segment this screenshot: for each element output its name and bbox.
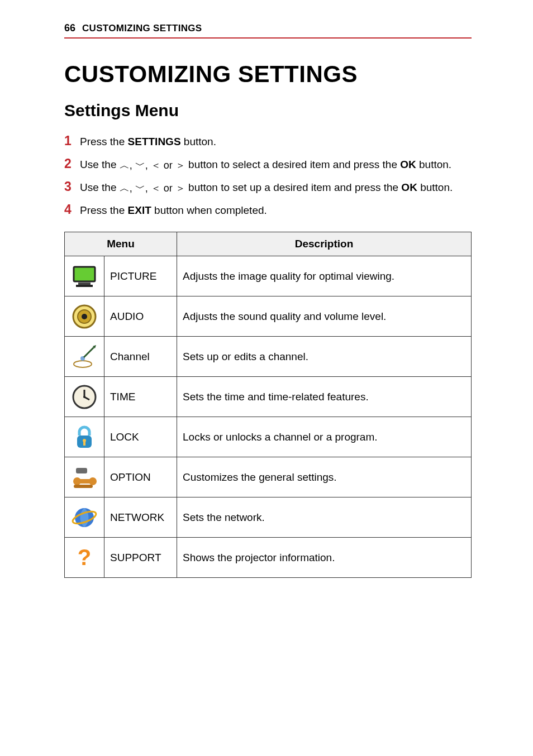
step-4: 4 Press the EXIT button when completed.: [64, 199, 472, 221]
step-1: 1 Press the SETTINGS button.: [64, 130, 472, 152]
svg-point-5: [82, 314, 87, 319]
main-title: CUSTOMIZING SETTINGS: [64, 61, 472, 88]
step-text: Use the ︿, ﹀, ＜ or ＞ button to select a …: [80, 156, 451, 174]
svg-point-6: [74, 361, 92, 367]
table-row: OPTION Customizes the general settings.: [65, 457, 472, 497]
menu-label: TIME: [104, 377, 177, 417]
svg-rect-2: [76, 285, 93, 287]
menu-table: Menu Description PICTURE Adjusts the ima…: [64, 232, 472, 578]
icon-cell: [65, 377, 104, 417]
steps-list: 1 Press the SETTINGS button. 2 Use the ︿…: [64, 130, 472, 221]
channel-icon: [70, 343, 98, 371]
menu-description: Sets up or edits a channel.: [177, 337, 472, 377]
svg-point-19: [73, 477, 81, 485]
option-icon: [70, 463, 98, 491]
step-text: Press the EXIT button when completed.: [80, 202, 267, 219]
table-row: LOCK Locks or unlocks a channel or a pro…: [65, 417, 472, 457]
col-header-menu: Menu: [65, 232, 177, 256]
step-number: 3: [64, 176, 77, 198]
menu-label: SUPPORT: [104, 538, 177, 578]
lock-icon: [70, 423, 98, 451]
table-row: ? SUPPORT Shows the projector informatio…: [65, 538, 472, 578]
menu-description: Adjusts the image quality for optimal vi…: [177, 256, 472, 296]
menu-description: Sets the network.: [177, 497, 472, 538]
icon-cell: [65, 497, 104, 538]
step-number: 2: [64, 153, 77, 175]
icon-cell: [65, 417, 104, 457]
svg-line-8: [84, 347, 94, 357]
audio-icon: [70, 303, 98, 331]
step-2: 2 Use the ︿, ﹀, ＜ or ＞ button to select …: [64, 153, 472, 175]
step-text: Press the SETTINGS button.: [80, 133, 216, 151]
page-number: 66: [64, 22, 75, 34]
nav-glyphs: ︿, ﹀, ＜ or ＞: [120, 183, 185, 193]
nav-glyphs: ︿, ﹀, ＜ or ＞: [120, 160, 185, 170]
svg-point-13: [83, 396, 85, 398]
step-text: Use the ︿, ﹀, ＜ or ＞ button to set up a …: [80, 179, 453, 197]
section-title: Settings Menu: [64, 101, 472, 120]
icon-cell: ?: [65, 538, 104, 578]
col-header-description: Description: [177, 232, 472, 256]
header-running-title: CUSTOMIZING SETTINGS: [82, 23, 202, 34]
svg-rect-0: [74, 267, 95, 281]
svg-rect-1: [78, 283, 91, 285]
page-header: 66 CUSTOMIZING SETTINGS: [64, 22, 472, 39]
icon-cell: [65, 296, 104, 337]
menu-label: NETWORK: [104, 497, 177, 538]
step-number: 1: [64, 130, 77, 152]
network-icon: [70, 504, 98, 532]
table-row: Channel Sets up or edits a channel.: [65, 337, 472, 377]
svg-rect-21: [74, 485, 93, 488]
table-row: NETWORK Sets the network.: [65, 497, 472, 538]
step-3: 3 Use the ︿, ﹀, ＜ or ＞ button to set up …: [64, 176, 472, 198]
menu-label: Channel: [104, 337, 177, 377]
support-icon: ?: [70, 544, 98, 572]
table-row: TIME Sets the time and time-related feat…: [65, 377, 472, 417]
menu-description: Sets the time and time-related features.: [177, 377, 472, 417]
menu-description: Customizes the general settings.: [177, 457, 472, 497]
svg-rect-16: [83, 441, 85, 446]
menu-description: Shows the projector information.: [177, 538, 472, 578]
svg-point-20: [89, 477, 97, 485]
svg-text:?: ?: [78, 545, 91, 570]
picture-icon: [70, 262, 98, 290]
icon-cell: [65, 337, 104, 377]
menu-description: Adjusts the sound quality and volume lev…: [177, 296, 472, 337]
menu-label: AUDIO: [104, 296, 177, 337]
menu-description: Locks or unlocks a channel or a program.: [177, 417, 472, 457]
time-icon: [70, 383, 98, 411]
menu-label: LOCK: [104, 417, 177, 457]
menu-label: OPTION: [104, 457, 177, 497]
table-row: AUDIO Adjusts the sound quality and volu…: [65, 296, 472, 337]
icon-cell: [65, 457, 104, 497]
icon-cell: [65, 256, 104, 296]
svg-rect-17: [76, 468, 87, 473]
menu-label: PICTURE: [104, 256, 177, 296]
step-number: 4: [64, 199, 77, 221]
table-row: PICTURE Adjusts the image quality for op…: [65, 256, 472, 296]
